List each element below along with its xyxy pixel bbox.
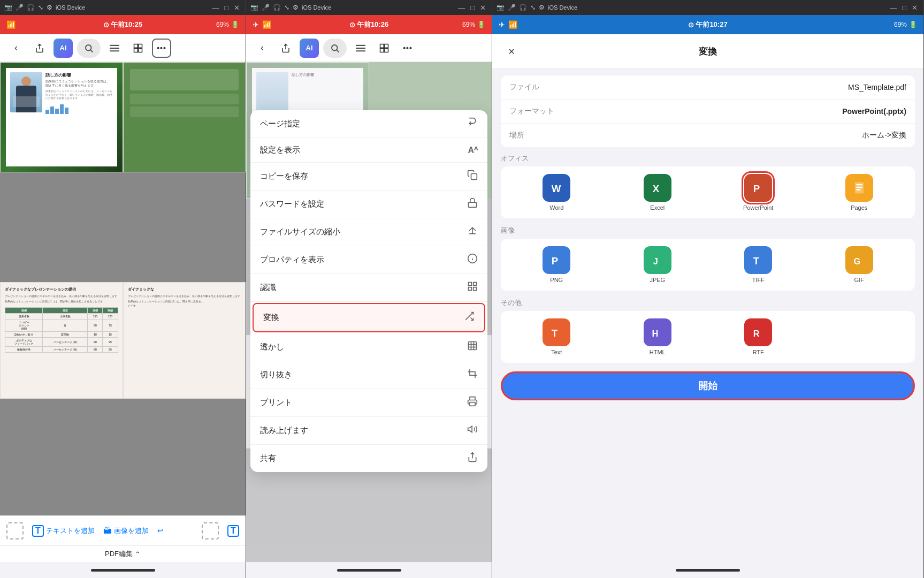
gif-item[interactable]: G GIF [812,246,907,283]
status-bar-1: 📶 ⊙ 午前10:25 69% 🔋 [0,15,246,34]
window-controls-3: — □ ✕ [888,4,919,12]
convert-icon [464,311,475,324]
menu-item-convert[interactable]: 変換 [253,303,485,332]
share-menu-icon [467,452,478,465]
ai-button-2[interactable]: AI [300,39,319,58]
text-label: Text [551,349,562,355]
window-2: 📷 🎤 🎧 ⤡ ⚙ iOS Device — □ ✕ ✈ 📶 ⊙ 午前10:26… [246,0,492,578]
grid-view-button-2[interactable] [375,39,394,58]
svg-text:W: W [552,183,561,194]
jpeg-icon-box: J [644,246,671,274]
office-section-title: オフィス [501,154,915,163]
close-btn-3[interactable]: ✕ [910,4,919,12]
svg-rect-5 [134,44,138,48]
html-item[interactable]: H HTML [610,318,705,355]
slide4-body3: とです [128,304,241,307]
minimize-btn-1[interactable]: — [210,4,220,12]
png-item[interactable]: P PNG [509,246,604,283]
svg-rect-44 [856,187,862,188]
excel-item[interactable]: X Excel [610,174,705,211]
excel-icon-box: X [644,174,671,202]
search-button-2[interactable] [323,39,347,58]
share-button-2[interactable] [276,39,295,58]
close-conversion-button[interactable]: × [503,43,520,60]
list-view-button-1[interactable] [105,39,124,58]
battery-text-2: 69% [462,21,475,28]
battery-text-1: 69% [216,21,229,28]
word-item[interactable]: W Word [509,174,604,211]
svg-rect-6 [139,44,142,48]
word-icon-box: W [543,174,570,202]
home-bar-3 [676,569,740,572]
menu-item-settings[interactable]: 設定を表示 Aᴬ [250,138,487,163]
slide4-body2: 効果的なコミュニケーションの目標の1つは、聞き手に意欲を... [128,300,241,303]
minimize-btn-2[interactable]: — [456,4,467,12]
powerpoint-label: PowerPoint [743,204,773,211]
close-btn-1[interactable]: ✕ [232,4,241,12]
back-button-1[interactable]: ‹ [6,39,26,58]
slide1-title: 話し方の影響 [45,72,113,78]
other-icon-grid: T Text H HTML R RTF [501,311,915,363]
more-button-1[interactable]: ••• [152,39,171,58]
text-item[interactable]: T Text [509,318,604,355]
minimize-btn-3[interactable]: — [888,4,898,12]
text-icon-2[interactable]: T [227,525,239,537]
menu-item-recognize[interactable]: 認識 [250,274,487,302]
airplane-icon-2: ✈ [253,20,259,29]
pages-item[interactable]: Pages [812,174,907,211]
jpeg-item[interactable]: J JPEG [610,246,705,283]
powerpoint-item[interactable]: P PowerPoint [711,174,806,211]
settings-icon-2: ⚙ [293,4,299,11]
menu-item-copy-save[interactable]: コピーを保存 [250,163,487,191]
menu-item-read-aloud[interactable]: 読み上げます [250,417,487,445]
rtf-item[interactable]: R RTF [711,318,806,355]
wifi-icon-3: 📶 [508,20,517,29]
back-button-2[interactable]: ‹ [253,39,272,58]
menu-item-share[interactable]: 共有 [250,445,487,472]
slide3-title: ダイナミックなプレゼンテーションの提供 [5,287,118,292]
menu-item-reduce-size[interactable]: ファイルサイズの縮小 [250,218,487,246]
svg-rect-36 [470,372,475,376]
search-button-1[interactable] [77,39,101,58]
slide-3[interactable]: ダイナミックなプレゼンテーションの提供 プレゼンテーションの提供にエネルギーを注… [0,282,123,399]
slide-4[interactable]: ダイナミックな プレゼンテーションの提供にエネルギーを注き込み、長く残る印象を与… [123,282,246,399]
list-view-button-2[interactable] [351,39,370,58]
battery-icon-2: 🔋 [477,21,485,28]
status-bar-2: ✈ 📶 ⊙ 午前10:26 69% 🔋 [246,15,492,34]
add-image-button[interactable]: 🏔 画像を追加 [103,526,149,536]
more-button-2[interactable]: ••• [398,39,417,58]
target-icon-1: ⊙ [103,21,109,29]
menu-panel: ページ指定 設定を表示 Aᴬ コピーを保存 [250,110,487,472]
share-button-1[interactable] [30,39,49,58]
close-btn-2[interactable]: ✕ [478,4,487,12]
maximize-btn-3[interactable]: □ [900,4,908,12]
selection-tool[interactable] [6,522,24,539]
maximize-btn-1[interactable]: □ [223,4,230,12]
ai-button-1[interactable]: AI [54,39,73,58]
crop-icon [467,368,478,382]
menu-item-page-nav[interactable]: ページ指定 [250,110,487,138]
svg-rect-17 [385,48,388,52]
settings-display-icon: Aᴬ [468,145,478,155]
add-text-button[interactable]: T テキストを追加 [32,525,95,537]
chevron-up-icon: ⌃ [135,550,141,558]
selection-tool-2[interactable] [202,522,219,539]
slide-2[interactable] [123,62,246,172]
menu-item-print[interactable]: プリント [250,389,487,417]
menu-item-properties[interactable]: プロパティを表示 [250,246,487,274]
svg-rect-25 [469,283,472,286]
menu-item-crop[interactable]: 切り抜き [250,361,487,389]
wifi-icon-2: 📶 [262,20,271,29]
svg-rect-15 [385,44,388,48]
grid-view-button-1[interactable] [128,39,148,58]
svg-text:P: P [552,255,558,267]
menu-item-watermark[interactable]: 透かし [250,333,487,361]
start-button[interactable]: 開始 [501,371,915,400]
tiff-item[interactable]: T TIFF [711,246,806,283]
slide-1[interactable]: 話し方の影響 効果的にコミュニケーションを取る能力は、聞き手に長く残る影響を与え… [0,62,123,172]
content-area-1: 話し方の影響 効果的にコミュニケーションを取る能力は、聞き手に長く残る影響を与え… [0,62,246,515]
maximize-btn-2[interactable]: □ [469,4,476,12]
menu-item-password[interactable]: パスワードを設定 [250,191,487,218]
undo-button[interactable]: ↩ [157,527,163,535]
resize-icon-2: ⤡ [284,4,289,11]
